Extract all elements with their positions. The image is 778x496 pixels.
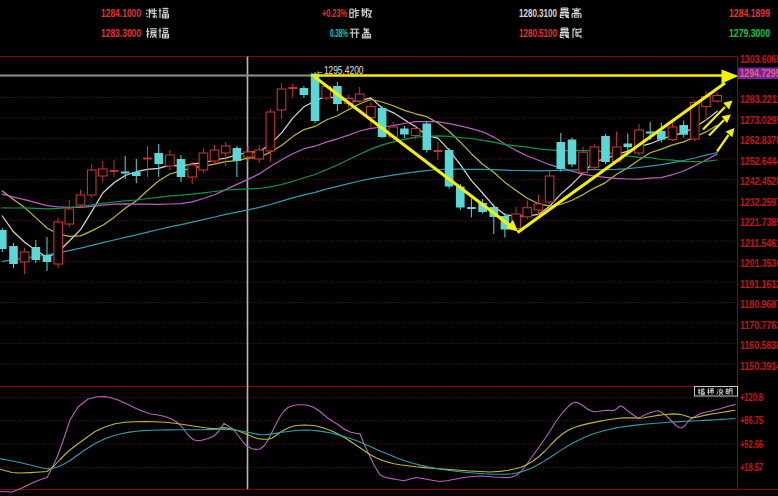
svg-text:1294.7295: 1294.7295 <box>740 67 778 79</box>
svg-text:1273.0295: 1273.0295 <box>740 114 778 126</box>
svg-text:1211.5461: 1211.5461 <box>740 237 778 249</box>
svg-text:1242.4528: 1242.4528 <box>740 175 778 187</box>
svg-text:1252.6444: 1252.6444 <box>740 155 778 167</box>
svg-text:0.38%: 0.38% <box>330 27 348 39</box>
svg-text:1191.1612: 1191.1612 <box>740 278 778 290</box>
svg-text:1150.3914: 1150.3914 <box>740 360 778 372</box>
svg-text:+86.75: +86.75 <box>740 414 763 426</box>
svg-text:+0.23%: +0.23% <box>322 7 347 19</box>
svg-text:1170.7763: 1170.7763 <box>740 319 778 331</box>
svg-text:1284.1000: 1284.1000 <box>101 7 141 19</box>
svg-text:1280.5100: 1280.5100 <box>519 27 557 39</box>
svg-text:+120.8: +120.8 <box>740 391 763 403</box>
svg-text:1303.6065: 1303.6065 <box>740 53 778 65</box>
svg-text:1262.8378: 1262.8378 <box>740 134 778 146</box>
svg-text:1283.3000: 1283.3000 <box>101 27 141 39</box>
svg-text:1284.1899: 1284.1899 <box>729 7 770 19</box>
svg-text:+52.66: +52.66 <box>740 438 763 450</box>
svg-text:1283.2211: 1283.2211 <box>740 93 778 105</box>
svg-text:1279.3000: 1279.3000 <box>729 27 770 39</box>
svg-text:1160.5838: 1160.5838 <box>740 339 778 351</box>
svg-text:1280.3100: 1280.3100 <box>519 7 557 19</box>
svg-text:1232.2597: 1232.2597 <box>740 196 778 208</box>
svg-text:1201.3536: 1201.3536 <box>740 257 778 269</box>
svg-text:1221.7385: 1221.7385 <box>740 216 778 228</box>
svg-text:+18.57: +18.57 <box>740 461 763 473</box>
svg-text:←1295.4200: ←1295.4200 <box>316 64 364 76</box>
svg-text:1180.9687: 1180.9687 <box>740 298 778 310</box>
